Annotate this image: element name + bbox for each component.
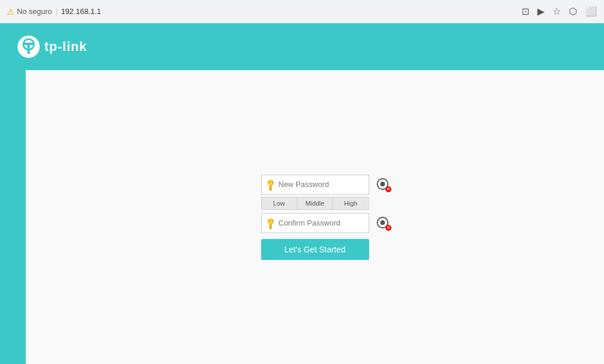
strength-high: High: [333, 197, 368, 209]
strength-middle: Middle: [297, 197, 333, 209]
new-password-input[interactable]: [279, 180, 377, 189]
star-icon[interactable]: ☆: [553, 6, 561, 17]
form-container: 🔑 ✕ Low Middle High 🔑: [261, 175, 369, 260]
url-bar[interactable]: 192.168.1.1: [61, 7, 101, 16]
key-icon: 🔑: [263, 178, 276, 191]
brand-name: tp-link: [44, 39, 87, 54]
confirm-password-input[interactable]: [279, 219, 377, 227]
screenshot-icon[interactable]: ⊡: [522, 6, 529, 17]
main-content: 🔑 ✕ Low Middle High 🔑: [0, 70, 604, 364]
play-icon[interactable]: ▶: [537, 6, 544, 17]
eye-badge: ✕: [377, 178, 390, 191]
eye-inner: [380, 182, 385, 186]
x-badge-2: ✕: [386, 225, 391, 231]
svg-rect-1: [27, 44, 30, 54]
get-started-button[interactable]: Let's Get Started: [261, 239, 369, 260]
x-badge: ✕: [386, 186, 391, 192]
strength-bar: Low Middle High: [261, 197, 369, 210]
new-password-row: 🔑 ✕: [261, 175, 369, 195]
warning-icon: ⚠: [7, 7, 15, 16]
new-password-toggle[interactable]: ✕: [377, 178, 390, 192]
window-icon[interactable]: ⬜: [585, 6, 597, 17]
browser-icons: ⊡ ▶ ☆ ⬡ ⬜: [522, 6, 597, 17]
tplink-header: tp-link: [0, 23, 604, 70]
browser-bar: ⚠ No seguro | 192.168.1.1 ⊡ ▶ ☆ ⬡ ⬜: [0, 0, 604, 23]
separator: |: [55, 7, 57, 16]
insecure-label: No seguro: [17, 7, 52, 16]
eye-inner-2: [380, 220, 385, 225]
puzzle-icon[interactable]: ⬡: [569, 6, 577, 17]
strength-low: Low: [262, 197, 297, 209]
tplink-logo: tp-link: [18, 36, 87, 58]
eye-badge-2: ✕: [377, 217, 390, 230]
svg-rect-2: [24, 43, 33, 45]
confirm-password-row: 🔑 ✕: [261, 213, 369, 233]
key-icon-2: 🔑: [263, 216, 276, 230]
confirm-password-toggle[interactable]: ✕: [377, 216, 390, 230]
logo-icon: [18, 36, 40, 58]
